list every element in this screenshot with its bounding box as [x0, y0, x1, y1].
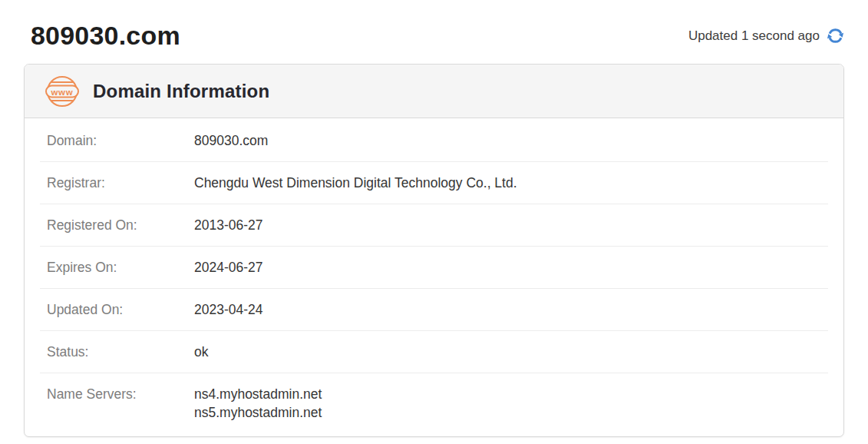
row-value: 2024-06-27	[194, 258, 263, 277]
top-bar: 809030.com Updated 1 second ago	[0, 0, 868, 64]
updated-text: Updated 1 second ago	[688, 28, 820, 44]
domain-info-table: Domain: 809030.com Registrar: Chengdu We…	[25, 118, 843, 436]
domain-information-card: www Domain Information Domain: 809030.co…	[24, 64, 844, 437]
page-title: 809030.com	[31, 21, 180, 51]
row-value: 2013-06-27	[194, 216, 263, 234]
refresh-button[interactable]	[827, 27, 844, 45]
row-value: Chengdu West Dimension Digital Technolog…	[194, 174, 517, 192]
row-label: Status:	[40, 343, 194, 361]
row-label: Name Servers:	[40, 385, 194, 403]
table-row-name-servers: Name Servers: ns4.myhostadmin.net ns5.my…	[40, 373, 828, 436]
table-row-registered-on: Registered On: 2013-06-27	[40, 204, 828, 247]
card-header: www Domain Information	[25, 65, 843, 118]
table-row-expires-on: Expires On: 2024-06-27	[40, 247, 828, 289]
row-value: 2023-04-24	[194, 300, 263, 319]
row-label: Registered On:	[40, 216, 194, 234]
svg-text:www: www	[50, 87, 73, 96]
row-value: 809030.com	[194, 131, 268, 150]
updated-status: Updated 1 second ago	[688, 27, 844, 45]
nameserver-1: ns4.myhostadmin.net	[194, 385, 322, 403]
row-value-nameservers: ns4.myhostadmin.net ns5.myhostadmin.net	[194, 385, 322, 422]
table-row-registrar: Registrar: Chengdu West Dimension Digita…	[40, 162, 828, 204]
row-label: Domain:	[40, 131, 194, 150]
row-value: ok	[194, 343, 208, 361]
table-row-domain: Domain: 809030.com	[40, 120, 828, 162]
refresh-icon	[827, 27, 844, 45]
www-globe-icon: www	[45, 75, 80, 108]
row-label: Updated On:	[40, 300, 194, 319]
table-row-status: Status: ok	[40, 331, 828, 373]
row-label: Registrar:	[40, 174, 194, 192]
nameserver-2: ns5.myhostadmin.net	[194, 403, 322, 422]
table-row-updated-on: Updated On: 2023-04-24	[40, 289, 828, 331]
row-label: Expires On:	[40, 258, 194, 277]
card-title: Domain Information	[93, 81, 269, 102]
